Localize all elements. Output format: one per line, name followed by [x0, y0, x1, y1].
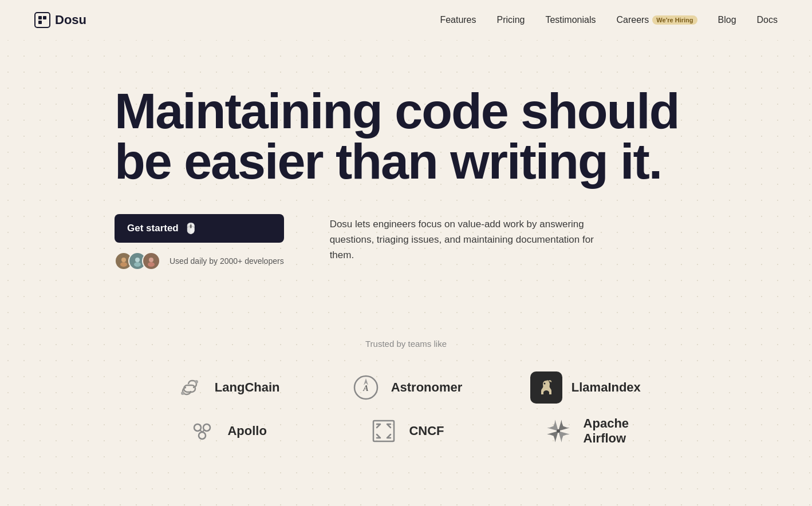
company-airflow: Apache Airflow: [507, 415, 664, 447]
svg-point-18: [557, 429, 560, 433]
navbar: Dosu Features Pricing Testimonials Caree…: [0, 0, 812, 40]
get-started-button[interactable]: Get started 🖱️: [115, 214, 284, 243]
social-proof-text: Used daily by 2000+ developers: [170, 256, 284, 266]
company-apollo: Apollo: [148, 415, 305, 447]
nav-blog[interactable]: Blog: [718, 15, 736, 25]
langchain-logo: [174, 371, 206, 404]
nav-testimonials[interactable]: Testimonials: [545, 15, 596, 25]
social-proof: Used daily by 2000+ developers: [115, 252, 284, 270]
astronomer-name: Astronomer: [391, 380, 463, 395]
nav-careers[interactable]: Careers: [616, 15, 649, 25]
svg-rect-2: [38, 21, 42, 24]
llamaindex-name: LlamaIndex: [571, 380, 641, 395]
avatar-3: [142, 252, 160, 270]
nav-features[interactable]: Features: [440, 15, 476, 25]
astronomer-logo: A: [350, 371, 382, 404]
airflow-name: Apache Airflow: [584, 416, 629, 446]
cncf-name: CNCF: [409, 424, 444, 438]
svg-rect-1: [43, 16, 46, 19]
cursor-icon: 🖱️: [184, 222, 197, 235]
svg-point-9: [195, 380, 198, 384]
nav-pricing[interactable]: Pricing: [497, 15, 525, 25]
svg-point-8: [148, 262, 155, 267]
hiring-badge: We're Hiring: [652, 15, 697, 25]
hero-description: Dosu lets engineers focus on value-add w…: [330, 214, 605, 263]
llamaindex-logo: [530, 371, 562, 404]
logo-text: Dosu: [55, 13, 86, 27]
cncf-logo: [368, 415, 400, 447]
cta-label: Get started: [127, 223, 179, 234]
svg-point-7: [149, 258, 153, 262]
svg-point-13: [543, 383, 545, 385]
hero-section: Maintaining code should be easier than w…: [0, 40, 812, 305]
company-llamaindex: LlamaIndex: [507, 371, 664, 404]
nav-links: Features Pricing Testimonials Careers We…: [440, 15, 778, 25]
nav-docs[interactable]: Docs: [757, 15, 778, 25]
hero-bottom: Get started 🖱️ Used daily by 2000+ devel…: [115, 214, 778, 270]
langchain-name: LangChain: [215, 380, 280, 395]
apollo-name: Apollo: [227, 424, 266, 438]
company-langchain: LangChain: [148, 371, 305, 404]
avatars: [115, 252, 156, 270]
svg-point-16: [199, 432, 206, 439]
svg-text:A: A: [362, 384, 368, 393]
svg-point-4: [120, 262, 127, 267]
logo-link[interactable]: Dosu: [34, 12, 86, 28]
hero-headline: Maintaining code should be easier than w…: [115, 86, 687, 187]
svg-point-5: [135, 258, 140, 262]
hero-cta-section: Get started 🖱️ Used daily by 2000+ devel…: [115, 214, 284, 270]
companies-grid: LangChain A Astronomer: [148, 371, 664, 447]
trusted-label: Trusted by teams like: [34, 339, 778, 349]
svg-rect-0: [38, 16, 42, 19]
company-cncf: CNCF: [328, 415, 484, 447]
apollo-logo: [186, 415, 218, 447]
svg-point-10: [181, 392, 184, 395]
trusted-section: Trusted by teams like LangChain: [0, 305, 812, 458]
logo-icon: [34, 12, 50, 28]
airflow-logo: [542, 415, 574, 447]
svg-point-6: [134, 262, 141, 267]
company-astronomer: A Astronomer: [328, 371, 484, 404]
svg-point-3: [121, 258, 126, 262]
